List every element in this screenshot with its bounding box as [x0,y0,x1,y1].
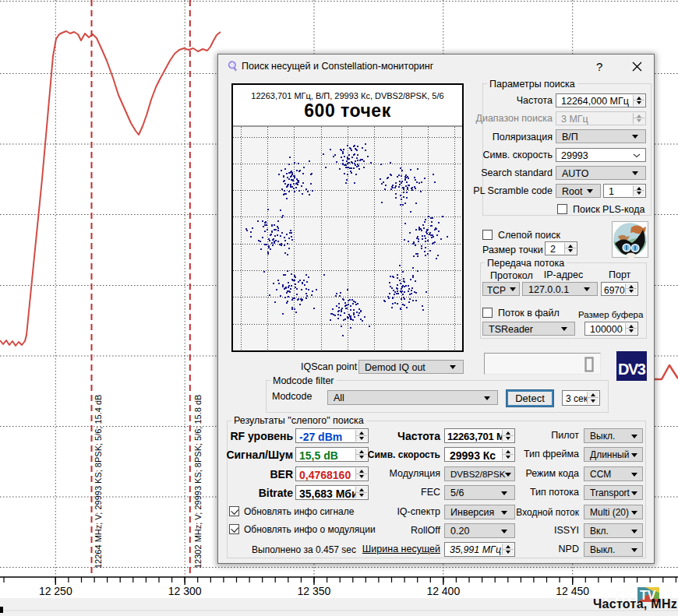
svg-text:12 250: 12 250 [39,585,72,597]
svg-text:Частота, MHz: Частота, MHz [593,597,677,611]
svg-text:12 300: 12 300 [168,585,202,597]
svg-text:12302 MHz; V; 29993 KS; 8PSK;: 12302 MHz; V; 29993 KS; 8PSK; 5/6; 15.8 … [193,395,203,568]
svg-text:12 450: 12 450 [556,585,589,597]
svg-text:12 350: 12 350 [298,585,331,597]
svg-text:12 400: 12 400 [426,585,460,597]
svg-text:DV3: DV3 [618,361,646,378]
svg-text:12264 MHz; V; 29993 KS; 8PSK;: 12264 MHz; V; 29993 KS; 8PSK; 5/6; 15.4 … [94,395,103,568]
